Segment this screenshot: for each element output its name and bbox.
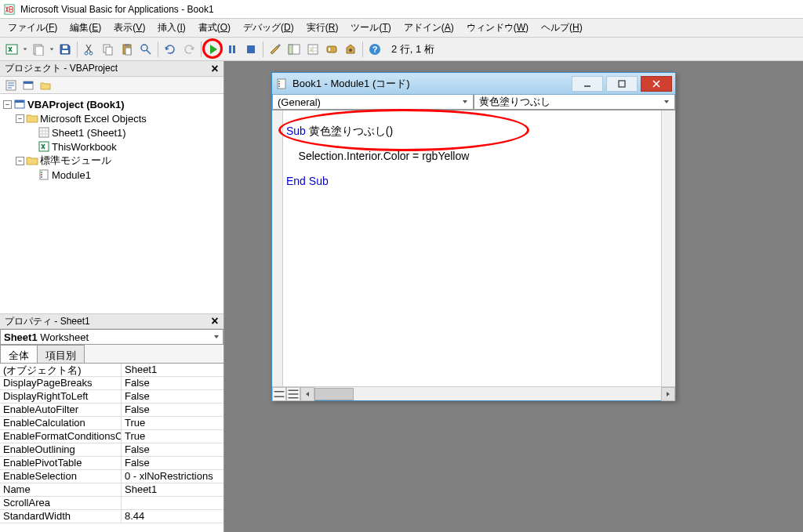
property-row[interactable]: EnableCalculationTrue (0, 417, 223, 430)
full-module-view-button[interactable] (286, 387, 300, 401)
menu-v[interactable]: 表示(V) (109, 20, 150, 36)
svg-rect-9 (106, 47, 112, 55)
save-button[interactable] (56, 41, 74, 58)
property-value[interactable]: True (122, 417, 223, 429)
menu-t[interactable]: ツール(T) (346, 20, 395, 36)
menu-d[interactable]: デバッグ(D) (238, 20, 299, 36)
property-value[interactable]: False (122, 377, 223, 389)
procedure-selector[interactable]: 黄色塗りつぶし (474, 95, 675, 110)
properties-tabs: 全体 項目別 (0, 345, 223, 364)
collapse-icon[interactable]: − (3, 100, 12, 109)
svg-rect-16 (247, 45, 255, 53)
tree-sheet1[interactable]: Sheet1 (Sheet1) (3, 125, 220, 139)
tree-modules[interactable]: − 標準モジュール (3, 154, 220, 168)
redo-button[interactable] (180, 41, 198, 58)
scroll-left-button[interactable] (300, 387, 314, 401)
tab-all[interactable]: 全体 (0, 345, 38, 363)
property-row[interactable]: ScrollArea (0, 497, 223, 510)
code-window-titlebar[interactable]: Book1 - Module1 (コード) (272, 73, 675, 95)
chevron-down-icon (213, 334, 220, 340)
property-row[interactable]: EnableOutliningFalse (0, 443, 223, 457)
maximize-button[interactable] (606, 76, 638, 92)
property-row[interactable]: NameSheet1 (0, 483, 223, 497)
menu-w[interactable]: ウィンドウ(W) (462, 20, 533, 36)
property-value[interactable]: False (122, 404, 223, 416)
tree-excel-objects[interactable]: − Microsoft Excel Objects (3, 111, 220, 125)
property-value[interactable]: Sheet1 (122, 483, 223, 496)
property-value[interactable] (122, 497, 223, 509)
project-explorer-button[interactable] (285, 41, 303, 58)
project-root-label: VBAProject (Book1) (27, 99, 125, 110)
scroll-right-button[interactable] (661, 387, 675, 401)
reset-button[interactable] (242, 41, 260, 58)
tree-thisworkbook[interactable]: ThisWorkbook (3, 139, 220, 154)
insert-module-button[interactable] (30, 41, 47, 58)
property-value[interactable]: Sheet1 (122, 364, 223, 376)
project-close-button[interactable]: × (208, 62, 222, 76)
tree-module1[interactable]: Module1 (3, 168, 220, 182)
properties-window-button[interactable] (304, 41, 322, 58)
property-row[interactable]: DisplayRightToLeftFalse (0, 390, 223, 404)
code-editor[interactable]: Sub 黄色塗りつぶし() Selection.Interior.Color =… (283, 110, 661, 386)
object-browser-button[interactable] (323, 41, 340, 58)
property-value[interactable]: True (122, 430, 223, 443)
property-row[interactable]: (オブジェクト名)Sheet1 (0, 364, 223, 377)
menu-i[interactable]: 挿入(I) (153, 20, 190, 36)
collapse-icon[interactable]: − (16, 157, 24, 165)
menu-e[interactable]: 編集(E) (65, 20, 106, 36)
menu-a[interactable]: アドイン(A) (399, 20, 459, 36)
module1-label: Module1 (52, 169, 91, 181)
toggle-folders-button[interactable] (38, 78, 53, 93)
workbook-icon (38, 140, 50, 153)
vertical-scrollbar[interactable] (661, 110, 675, 386)
menu-h[interactable]: ヘルプ(H) (536, 20, 587, 36)
thisworkbook-label: ThisWorkbook (52, 141, 117, 153)
object-selector[interactable]: (General) (272, 95, 474, 110)
dropdown-arrow-icon[interactable] (22, 47, 28, 52)
view-code-button[interactable] (3, 78, 19, 93)
find-button[interactable] (137, 41, 154, 58)
property-row[interactable]: EnableSelection0 - xlNoRestrictions (0, 470, 223, 483)
minimize-button[interactable] (572, 76, 603, 92)
tree-root[interactable]: − VBAProject (Book1) (3, 97, 220, 111)
menu-o[interactable]: 書式(O) (194, 20, 235, 36)
paste-button[interactable] (118, 41, 136, 58)
close-button[interactable] (641, 76, 672, 92)
code-margin (272, 110, 283, 386)
vba-app-icon (3, 3, 16, 16)
break-button[interactable] (223, 41, 241, 58)
run-button[interactable] (205, 41, 222, 58)
tab-categorized[interactable]: 項目別 (37, 345, 85, 363)
copy-button[interactable] (100, 41, 117, 58)
property-value[interactable]: 0 - xlNoRestrictions (122, 470, 223, 483)
property-value[interactable]: False (122, 457, 223, 469)
design-mode-button[interactable] (267, 41, 284, 58)
collapse-icon[interactable]: − (16, 114, 24, 123)
properties-close-button[interactable]: × (208, 314, 222, 328)
horizontal-scrollbar[interactable] (314, 388, 661, 400)
property-row[interactable]: DisplayPageBreaksFalse (0, 377, 223, 390)
scroll-thumb[interactable] (314, 388, 354, 400)
menu-f[interactable]: ファイル(F) (3, 20, 62, 36)
help-button[interactable]: ? (366, 41, 383, 58)
property-value[interactable]: 8.44 (122, 510, 223, 523)
view-object-button[interactable] (20, 78, 36, 93)
cut-button[interactable] (81, 41, 98, 58)
dropdown-arrow-icon[interactable] (49, 47, 55, 52)
menubar: ファイル(F)編集(E)表示(V)挿入(I)書式(O)デバッグ(D)実行(R)ツ… (0, 19, 803, 38)
property-name: EnableFormatConditionsCalculation (0, 430, 122, 443)
project-tree[interactable]: − VBAProject (Book1) − Microsoft Excel O… (0, 94, 223, 313)
property-row[interactable]: EnableFormatConditionsCalculationTrue (0, 430, 223, 443)
property-row[interactable]: StandardWidth8.44 (0, 510, 223, 523)
procedure-view-button[interactable] (272, 387, 286, 401)
property-row[interactable]: EnablePivotTableFalse (0, 457, 223, 470)
property-value[interactable]: False (122, 390, 223, 403)
properties-grid[interactable]: (オブジェクト名)Sheet1DisplayPageBreaksFalseDis… (0, 364, 223, 532)
menu-r[interactable]: 実行(R) (302, 20, 343, 36)
property-row[interactable]: EnableAutoFilterFalse (0, 404, 223, 417)
view-excel-button[interactable] (3, 41, 20, 58)
property-value[interactable]: False (122, 443, 223, 456)
toolbox-button[interactable] (342, 41, 359, 58)
undo-button[interactable] (162, 41, 179, 58)
properties-object-selector[interactable]: Sheet1 Worksheet (0, 329, 223, 345)
